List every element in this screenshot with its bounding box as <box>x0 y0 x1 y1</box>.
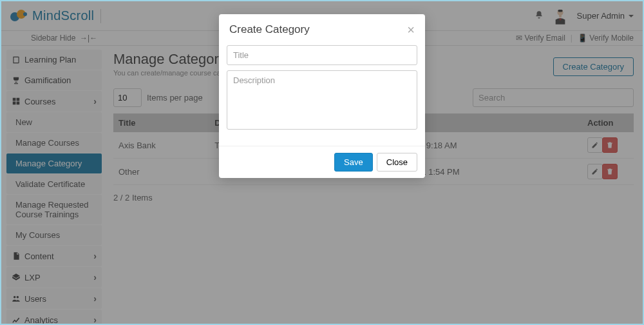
title-field[interactable] <box>227 45 417 65</box>
create-category-modal: Create Category × Save Close <box>219 14 425 178</box>
save-button[interactable]: Save <box>334 153 373 172</box>
close-icon[interactable]: × <box>407 23 415 36</box>
modal-title: Create Category <box>229 23 310 36</box>
modal-overlay: Create Category × Save Close <box>1 1 643 324</box>
close-button[interactable]: Close <box>377 153 417 172</box>
description-field[interactable] <box>227 70 417 130</box>
